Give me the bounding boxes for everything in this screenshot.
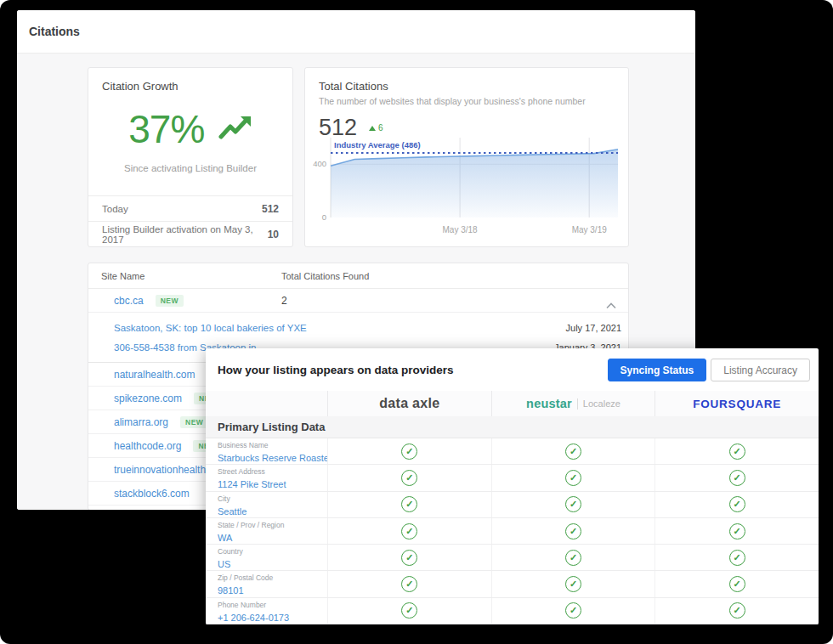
chevron-up-icon[interactable] xyxy=(606,297,616,313)
check-circle-icon: ✓ xyxy=(401,602,417,619)
field-label: Business Name xyxy=(218,441,324,449)
panel-header: Citations xyxy=(17,10,695,53)
tab-listing-accuracy[interactable]: Listing Accuracy xyxy=(711,359,810,381)
check-circle-icon: ✓ xyxy=(401,496,417,512)
sync-cell: ✓ xyxy=(327,492,491,517)
logo-divider xyxy=(577,398,578,410)
check-circle-icon: ✓ xyxy=(729,576,745,592)
check-circle-icon: ✓ xyxy=(565,523,581,539)
delta-badge: 6 xyxy=(369,123,383,133)
column-header-site-name: Site Name xyxy=(88,271,281,281)
sync-cell: ✓ xyxy=(327,438,491,464)
sync-cell: ✓ xyxy=(654,545,819,570)
sync-cell: ✓ xyxy=(327,465,491,490)
foursquare-logo: FOURSQUARE xyxy=(693,398,781,410)
check-circle-icon: ✓ xyxy=(729,443,745,460)
check-circle-icon: ✓ xyxy=(729,602,745,619)
svg-text:Industry Average (486): Industry Average (486) xyxy=(334,140,421,150)
site-link[interactable]: spikezone.com xyxy=(114,393,182,404)
field-label: Street Address xyxy=(218,467,324,476)
site-link[interactable]: alimarra.org xyxy=(114,416,168,428)
section-header: Primary Listing Data xyxy=(206,416,819,438)
sync-cell: ✓ xyxy=(654,438,819,464)
check-circle-icon: ✓ xyxy=(729,496,745,512)
check-circle-icon: ✓ xyxy=(729,550,745,566)
field-row-business-name: Business NameStarbucks Reserve Roastery … xyxy=(206,438,819,465)
sync-cell: ✓ xyxy=(491,571,655,596)
provider-label-spacer xyxy=(206,391,327,416)
field-value-link[interactable]: Starbucks Reserve Roastery xyxy=(218,453,327,463)
field-label: City xyxy=(218,494,324,503)
sync-cell: ✓ xyxy=(654,492,819,517)
field-row-city: CitySeattle ✓ ✓ ✓ xyxy=(206,492,819,518)
new-badge: NEW xyxy=(156,295,184,307)
sync-cell: ✓ xyxy=(327,571,491,596)
check-circle-icon: ✓ xyxy=(565,550,581,566)
field-label: Country xyxy=(218,547,324,556)
sync-cell: ✓ xyxy=(654,465,819,490)
check-circle-icon: ✓ xyxy=(565,602,581,619)
overlay-tab-group: Syncing Status Listing Accuracy xyxy=(608,359,810,381)
field-value-link[interactable]: 1124 Pike Street xyxy=(218,479,286,489)
check-circle-icon: ✓ xyxy=(729,470,745,486)
site-link[interactable]: healthcode.org xyxy=(114,440,181,452)
column-header-total-citations: Total Citations Found xyxy=(281,271,369,281)
citation-growth-hero: 37% xyxy=(88,106,292,152)
tab-syncing-status[interactable]: Syncing Status xyxy=(608,359,707,381)
check-circle-icon: ✓ xyxy=(565,576,581,592)
citation-growth-card: Citation Growth 37% Since activating Lis… xyxy=(88,67,293,247)
field-value-link[interactable]: Seattle xyxy=(218,506,246,517)
check-circle-icon: ✓ xyxy=(565,496,581,512)
citation-date: July 17, 2021 xyxy=(566,323,621,333)
field-value-link[interactable]: +1 206-624-0173 xyxy=(218,613,289,623)
table-row-expanded[interactable]: cbc.ca NEW 2 xyxy=(88,289,628,313)
table-header: Site Name Total Citations Found xyxy=(88,263,628,289)
sync-cell: ✓ xyxy=(327,518,491,544)
field-row-country: CountryUS ✓ ✓ ✓ xyxy=(206,545,819,571)
citation-growth-subtitle: Since activating Listing Builder xyxy=(88,163,292,173)
check-circle-icon: ✓ xyxy=(401,470,417,486)
field-value-link[interactable]: 98101 xyxy=(218,585,244,596)
sync-cell: ✓ xyxy=(491,518,655,544)
site-link[interactable]: cbc.ca xyxy=(114,295,144,307)
field-label: Zip / Postal Code xyxy=(218,573,324,582)
delta-value: 6 xyxy=(378,123,383,133)
site-link[interactable]: stackblock6.com xyxy=(114,488,190,500)
trend-up-icon xyxy=(218,114,252,144)
sync-cell: ✓ xyxy=(327,598,491,624)
check-circle-icon: ✓ xyxy=(565,470,581,486)
sync-cell: ✓ xyxy=(491,598,655,624)
neustar-logo: neustar xyxy=(526,397,572,410)
overlay-header: How your listing appears on data provide… xyxy=(206,348,819,391)
sync-cell: ✓ xyxy=(491,492,655,517)
svg-text:May 3/19: May 3/19 xyxy=(572,225,608,234)
field-value-link[interactable]: US xyxy=(218,559,230,569)
total-citations-subtitle: The number of websites that display your… xyxy=(305,93,628,106)
page-backdrop: Citations Citation Growth 37% Since acti… xyxy=(0,0,833,644)
growth-stat-rows: Today 512 Listing Builder activation on … xyxy=(88,195,292,246)
total-citations-chart: May 3/18May 3/194000Industry Average (48… xyxy=(309,133,623,243)
site-link[interactable]: naturalhealth.com xyxy=(114,369,195,381)
stat-label: Listing Builder activation on May 3, 201… xyxy=(102,224,268,245)
sync-cell: ✓ xyxy=(654,598,819,624)
total-citations-title: Total Citations xyxy=(305,68,628,93)
page-title: Citations xyxy=(29,25,80,38)
check-circle-icon: ✓ xyxy=(401,443,417,460)
field-value-link[interactable]: WA xyxy=(218,533,232,543)
field-row-phone: Phone Number+1 206-624-0173 ✓ ✓ ✓ xyxy=(206,598,819,624)
field-row-state: State / Prov / RegionWA ✓ ✓ ✓ xyxy=(206,518,819,545)
provider-neustar-localeze: neustar Localeze xyxy=(491,391,655,416)
detail-row: Saskatoon, SK: top 10 local bakeries of … xyxy=(88,318,628,337)
sync-cell: ✓ xyxy=(491,465,655,490)
check-circle-icon: ✓ xyxy=(729,523,745,539)
provider-logo-row: data axle neustar Localeze FOURSQUARE xyxy=(206,391,819,416)
svg-text:0: 0 xyxy=(322,212,326,222)
total-citations-card: Total Citations The number of websites t… xyxy=(304,67,629,247)
stat-label: Today xyxy=(102,204,128,214)
field-row-zip: Zip / Postal Code98101 ✓ ✓ ✓ xyxy=(206,571,819,597)
triangle-up-icon xyxy=(369,126,376,131)
section-title: Primary Listing Data xyxy=(218,421,325,433)
stat-row-activation: Listing Builder activation on May 3, 201… xyxy=(88,221,292,246)
citation-source-link[interactable]: Saskatoon, SK: top 10 local bakeries of … xyxy=(114,323,307,333)
overlay-title: How your listing appears on data provide… xyxy=(218,364,454,376)
